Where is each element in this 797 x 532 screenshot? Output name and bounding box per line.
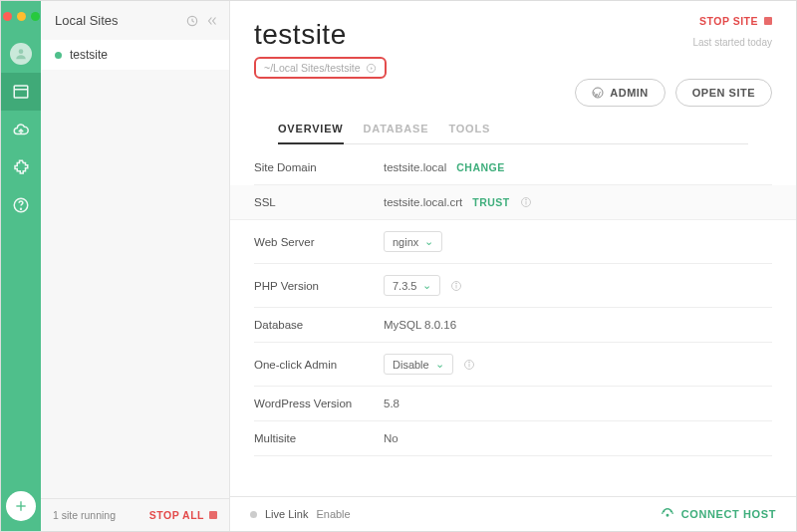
open-folder-icon	[366, 63, 377, 74]
nav-rail	[1, 1, 41, 531]
live-link[interactable]: Live Link Enable	[250, 508, 351, 520]
status-dot-icon	[250, 511, 257, 518]
tabs: OVERVIEW DATABASE TOOLS	[278, 115, 748, 144]
svg-rect-1	[14, 86, 28, 98]
svg-point-4	[21, 208, 22, 209]
label-php: PHP Version	[254, 280, 384, 292]
stop-all-label: STOP ALL	[149, 509, 204, 521]
tab-database[interactable]: DATABASE	[364, 115, 429, 143]
status-dot-icon	[55, 52, 62, 59]
sites-running-label: 1 site running	[53, 509, 116, 521]
site-path-text: ~/Local Sites/testsite	[264, 62, 361, 74]
main-header: STOP SITE Last started today testsite ~/…	[230, 1, 796, 150]
chevron-down-icon: ⌄	[422, 279, 431, 292]
one-click-value: Disable	[393, 359, 429, 371]
sidebar: Local Sites testsite 1 site running STOP…	[41, 1, 230, 531]
web-server-value: nginx	[393, 236, 418, 248]
stop-site-label: STOP SITE	[699, 15, 758, 27]
stop-icon	[209, 511, 217, 519]
sidebar-header: Local Sites	[41, 1, 229, 40]
nav-account[interactable]	[1, 35, 41, 73]
web-server-select[interactable]: nginx ⌄	[384, 231, 442, 252]
label-ssl: SSL	[254, 196, 384, 208]
trust-ssl-button[interactable]: TRUST	[472, 196, 510, 208]
svg-point-18	[468, 362, 469, 363]
svg-point-19	[666, 514, 668, 516]
nav-addons[interactable]	[1, 148, 41, 186]
stop-icon	[764, 17, 772, 25]
site-list-item[interactable]: testsite	[41, 40, 229, 70]
label-multisite: Multisite	[254, 432, 384, 444]
chevron-down-icon: ⌄	[435, 358, 444, 371]
row-wp: WordPress Version 5.8	[254, 387, 772, 421]
nav-sites[interactable]	[1, 73, 41, 111]
value-ssl: testsite.local.crt	[384, 196, 462, 208]
site-actions: ADMIN OPEN SITE	[575, 79, 772, 107]
add-site-button[interactable]	[6, 491, 36, 521]
sort-icon[interactable]	[185, 14, 199, 28]
label-site-domain: Site Domain	[254, 161, 384, 173]
admin-button[interactable]: ADMIN	[575, 79, 665, 107]
open-site-button-label: OPEN SITE	[692, 87, 755, 99]
value-site-domain: testsite.local	[384, 161, 446, 173]
row-php: PHP Version 7.3.5 ⌄	[254, 264, 772, 308]
connect-host-button[interactable]: CONNECT HOST	[661, 507, 776, 521]
live-link-enable[interactable]: Enable	[316, 508, 350, 520]
row-ssl: SSL testsite.local.crt TRUST	[230, 185, 796, 220]
svg-point-0	[19, 49, 24, 54]
connect-icon	[661, 507, 674, 521]
nav-cloud[interactable]	[1, 111, 41, 148]
nav-help[interactable]	[1, 186, 41, 224]
svg-point-15	[456, 283, 457, 284]
label-one-click: One-click Admin	[254, 359, 384, 371]
tab-overview[interactable]: OVERVIEW	[278, 115, 344, 144]
info-icon[interactable]	[520, 196, 532, 208]
wordpress-icon	[592, 87, 604, 99]
row-site-domain: Site Domain testsite.local CHANGE	[254, 150, 772, 185]
maximize-window-icon[interactable]	[31, 12, 40, 21]
minimize-window-icon[interactable]	[17, 12, 26, 21]
live-link-label: Live Link	[265, 508, 308, 520]
info-icon[interactable]	[450, 280, 462, 292]
close-window-icon[interactable]	[3, 12, 12, 21]
connect-host-label: CONNECT HOST	[681, 508, 776, 520]
collapse-sidebar-icon[interactable]	[205, 14, 219, 28]
info-icon[interactable]	[463, 359, 475, 371]
label-web-server: Web Server	[254, 236, 384, 248]
one-click-select[interactable]: Disable ⌄	[384, 354, 453, 375]
value-database: MySQL 8.0.16	[384, 319, 456, 331]
stop-all-button[interactable]: STOP ALL	[149, 509, 217, 521]
svg-point-12	[525, 199, 526, 200]
sidebar-footer: 1 site running STOP ALL	[41, 498, 229, 531]
main-panel: STOP SITE Last started today testsite ~/…	[230, 1, 796, 531]
site-list-item-label: testsite	[70, 48, 108, 62]
open-site-button[interactable]: OPEN SITE	[675, 79, 772, 107]
php-value: 7.3.5	[393, 280, 416, 292]
row-one-click: One-click Admin Disable ⌄	[254, 343, 772, 387]
sidebar-title: Local Sites	[55, 13, 179, 28]
value-multisite: No	[384, 432, 398, 444]
chevron-down-icon: ⌄	[424, 235, 433, 248]
last-started-label: Last started today	[693, 37, 773, 48]
php-select[interactable]: 7.3.5 ⌄	[384, 275, 440, 296]
value-wp: 5.8	[384, 398, 399, 409]
row-multisite: Multisite No	[254, 421, 772, 456]
admin-button-label: ADMIN	[610, 87, 649, 99]
app-window: Local Sites testsite 1 site running STOP…	[0, 0, 797, 532]
tab-tools[interactable]: TOOLS	[448, 115, 490, 143]
main-footer: Live Link Enable CONNECT HOST	[230, 496, 796, 531]
row-database: Database MySQL 8.0.16	[254, 308, 772, 343]
change-domain-button[interactable]: CHANGE	[456, 161, 505, 173]
site-list: testsite	[41, 40, 229, 498]
label-database: Database	[254, 319, 384, 331]
overview-table: Site Domain testsite.local CHANGE SSL te…	[230, 150, 796, 456]
stop-site-button[interactable]: STOP SITE	[699, 15, 772, 27]
window-controls[interactable]	[3, 9, 40, 35]
label-wp: WordPress Version	[254, 398, 384, 409]
avatar-icon	[10, 43, 32, 65]
site-path[interactable]: ~/Local Sites/testsite	[254, 57, 387, 79]
row-web-server: Web Server nginx ⌄	[254, 220, 772, 264]
